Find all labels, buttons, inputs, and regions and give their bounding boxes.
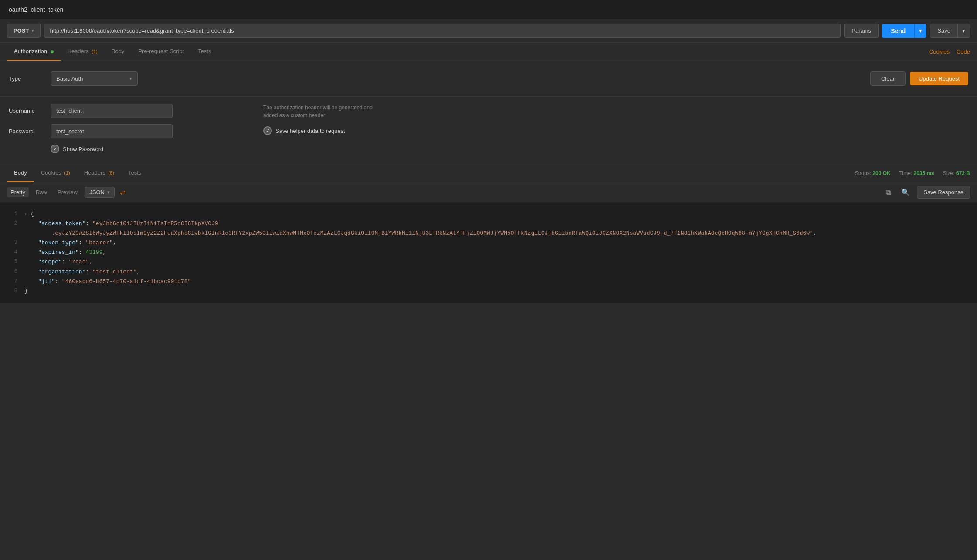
time-value: 2035 ms	[914, 170, 934, 176]
username-label: Username	[9, 108, 44, 114]
username-input[interactable]	[51, 104, 173, 118]
line-num-3: 3	[9, 238, 17, 248]
res-tab-headers[interactable]: Headers (8)	[77, 164, 121, 182]
time-label: Time: 2035 ms	[899, 170, 934, 176]
status-label: Status: 200 OK	[855, 170, 891, 176]
key-expires-in: "expires_in"	[38, 249, 79, 256]
title-bar: oauth2_client_token	[0, 0, 977, 19]
line-content-1: ▾ {	[24, 209, 34, 219]
method-button[interactable]: POST ▾	[7, 24, 41, 38]
params-button[interactable]: Params	[844, 24, 879, 38]
clear-button[interactable]: Clear	[870, 71, 906, 86]
fields-left: Username Password ✓ Show Password	[9, 104, 235, 153]
line-content-2: "access_token": "eyJhbGci0iJIUzI1NiIsInR…	[24, 219, 817, 238]
format-tab-raw[interactable]: Raw	[32, 187, 51, 197]
response-status: Status: 200 OK Time: 2035 ms Size: 672 B	[855, 170, 970, 176]
tab-tests[interactable]: Tests	[191, 43, 218, 61]
helper-text: The authorization header will be generat…	[263, 104, 968, 119]
line-content-4: "expires_in": 43199,	[24, 248, 106, 257]
wrap-icon[interactable]: ⇌	[118, 186, 127, 198]
send-label: Send	[891, 27, 906, 34]
code-view: 1 ▾ { 2 "access_token": "eyJhbGci0iJIUzI…	[0, 202, 977, 303]
line-num-5: 5	[9, 257, 17, 267]
fields-right: The authorization header will be generat…	[246, 104, 968, 135]
key-jti: "jti"	[38, 278, 55, 285]
response-tabs: Body Cookies (1) Headers (8) Tests Statu…	[0, 164, 977, 182]
key-scope: "scope"	[38, 259, 62, 265]
send-chevron-icon: ▾	[919, 27, 922, 34]
line-content-3: "token_type": "bearer",	[24, 238, 116, 248]
line-content-5: "scope": "read",	[24, 257, 92, 267]
format-tab-pretty[interactable]: Pretty	[7, 187, 29, 197]
line-content-7: "jti": "460eadd6-b657-4d70-a1cf-41bcac99…	[24, 277, 191, 287]
key-organization: "organization"	[38, 269, 85, 275]
val-organization: "test_client"	[92, 269, 136, 275]
res-tab-body[interactable]: Body	[7, 164, 34, 182]
line-content-6: "organization": "test_client",	[24, 267, 140, 277]
type-label: Type	[9, 75, 44, 82]
tab-prerequest[interactable]: Pre-request Script	[131, 43, 191, 61]
send-button[interactable]: Send	[882, 24, 914, 38]
code-line-2: 2 "access_token": "eyJhbGci0iJIUzI1NiIsI…	[9, 219, 968, 238]
cookies-link[interactable]: Cookies	[929, 48, 950, 55]
send-group: Send ▾	[882, 24, 926, 38]
code-link[interactable]: Code	[957, 48, 970, 55]
code-line-4: 4 "expires_in": 43199,	[9, 248, 968, 257]
copy-icon[interactable]: ⧉	[882, 187, 894, 198]
open-brace: {	[31, 211, 34, 217]
res-headers-badge: (8)	[108, 170, 114, 175]
show-password-checkbox[interactable]: ✓	[51, 145, 59, 153]
save-label: Save	[937, 27, 950, 34]
url-bar: POST ▾ Params Send ▾ Save ▾	[0, 19, 977, 43]
search-icon[interactable]: 🔍	[898, 186, 913, 198]
type-select[interactable]: Basic Auth ▾	[51, 71, 138, 86]
res-tab-cookies[interactable]: Cookies (1)	[34, 164, 77, 182]
url-input[interactable]	[44, 24, 841, 38]
line-num-7: 7	[9, 277, 17, 287]
update-request-button[interactable]: Update Request	[910, 72, 968, 85]
type-value: Basic Auth	[56, 75, 83, 82]
save-response-button[interactable]: Save Response	[917, 186, 970, 199]
save-dropdown-button[interactable]: ▾	[957, 24, 970, 37]
res-tab-body-label: Body	[14, 169, 27, 176]
tab-authorization[interactable]: Authorization	[7, 43, 61, 61]
tab-tests-label: Tests	[198, 48, 211, 54]
tab-right-links: Cookies Code	[929, 48, 970, 55]
username-row: Username	[9, 104, 235, 118]
res-tab-tests[interactable]: Tests	[121, 164, 148, 182]
tab-headers[interactable]: Headers (1)	[61, 43, 105, 61]
val-scope: "read"	[68, 259, 89, 265]
password-label: Password	[9, 128, 44, 135]
line-num-2: 2	[9, 219, 17, 238]
line-num-6: 6	[9, 267, 17, 277]
format-select[interactable]: JSON ▾	[85, 187, 115, 198]
line-num-1: 1	[9, 209, 17, 219]
close-brace: }	[24, 288, 28, 294]
res-tab-tests-label: Tests	[128, 169, 141, 176]
auth-type-section: Type Basic Auth ▾ Clear Update Request	[0, 61, 977, 97]
tab-headers-label: Headers	[68, 48, 89, 54]
line-content-8: }	[24, 287, 28, 296]
save-chevron-icon: ▾	[962, 27, 965, 34]
save-helper-checkbox[interactable]: ✓	[263, 126, 272, 135]
collapse-arrow-icon[interactable]: ▾	[24, 212, 27, 217]
code-line-7: 7 "jti": "460eadd6-b657-4d70-a1cf-41bcac…	[9, 277, 968, 287]
tab-body[interactable]: Body	[105, 43, 132, 61]
size-value: 672 B	[956, 170, 970, 176]
save-helper-label: Save helper data to request	[275, 128, 345, 134]
method-chevron-icon: ▾	[31, 28, 34, 34]
line-num-4: 4	[9, 248, 17, 257]
auth-actions: Clear Update Request	[870, 71, 968, 86]
password-input[interactable]	[51, 124, 173, 138]
save-helper-row: ✓ Save helper data to request	[263, 126, 968, 135]
page-title: oauth2_client_token	[9, 6, 63, 13]
save-group: Save ▾	[930, 24, 970, 38]
send-dropdown-button[interactable]: ▾	[914, 24, 926, 38]
save-button[interactable]: Save	[930, 24, 957, 37]
save-response-label: Save Response	[923, 189, 963, 196]
tab-authorization-label: Authorization	[14, 48, 47, 54]
type-chevron-icon: ▾	[129, 76, 132, 81]
format-tab-preview[interactable]: Preview	[54, 187, 81, 197]
val-jti: "460eadd6-b657-4d70-a1cf-41bcac991d78"	[62, 278, 191, 285]
code-line-6: 6 "organization": "test_client",	[9, 267, 968, 277]
